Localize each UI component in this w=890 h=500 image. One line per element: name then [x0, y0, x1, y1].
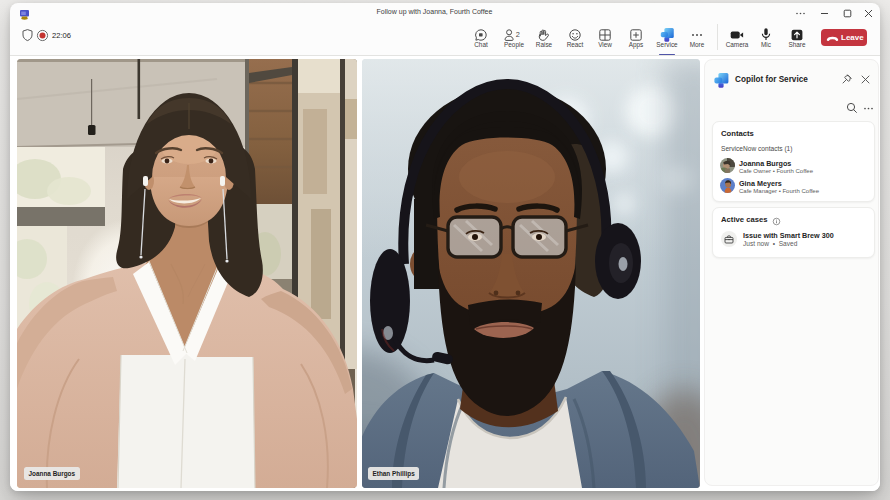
svg-text:2: 2 — [516, 30, 520, 39]
